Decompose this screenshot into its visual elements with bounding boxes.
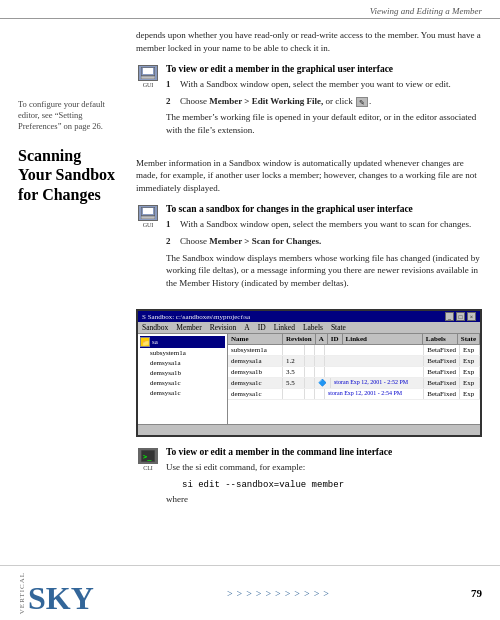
row2-name: demsysa1b [228,367,283,377]
list-row-2[interactable]: demsysa1b 3.5 BetaFixed Exp [228,367,480,378]
step-num-1: 1 [166,78,180,91]
row3-state: Exp [460,378,480,388]
col-a: A [316,334,328,344]
step-num-s1: 1 [166,218,180,231]
maximize-btn[interactable]: □ [456,312,465,321]
window-titlebar: S Sandbox: c:\sandboxes\myproject\sa _ □… [138,311,480,322]
tree-icon: 📁 [140,337,150,347]
menu-state[interactable]: State [331,323,346,332]
row3-linked: storan Exp 12, 2001 - 2:52 PM [331,378,424,388]
gui-icon-1 [138,65,158,81]
tree-item-3[interactable]: demsysa1b [140,368,225,378]
row2-a [305,367,315,377]
statusbar-text [142,426,144,434]
gui-icon-label-1: GUI [143,82,154,88]
list-row-1[interactable]: demsysa1a 1.2 BetaFixed Exp [228,356,480,367]
list-row-4[interactable]: demsysa1c storan Exp 12, 2001 - 2:54 PM … [228,389,480,400]
tree-item-4[interactable]: demsysa1c [140,378,225,388]
tree-root[interactable]: 📁 sa [140,336,225,348]
minimize-btn[interactable]: _ [445,312,454,321]
menu-labels[interactable]: Labels [303,323,323,332]
row0-id [315,345,325,355]
menu-revision[interactable]: Revision [210,323,237,332]
menu-id[interactable]: ID [258,323,266,332]
row1-a [305,356,315,366]
row0-name: subsystem1a [228,345,283,355]
svg-rect-4 [143,208,153,214]
content-area: depends upon whether you have read-only … [128,29,482,559]
row1-id [315,356,325,366]
menu-linked[interactable]: Linked [274,323,295,332]
logo-s: S [28,580,46,616]
row2-id [315,367,325,377]
step-num-s2: 2 [166,235,180,248]
main-content: To configure your default editor, see “S… [0,19,500,559]
step-text-s1: With a Sandbox window open, select the m… [180,218,482,231]
tree-item-5[interactable]: demsysa1c [140,388,225,398]
window-controls: _ □ × [445,312,476,321]
arrow-6: > [275,588,281,599]
header-title: Viewing and Editing a Member [370,6,482,16]
tree-item-1[interactable]: subsystem1a [140,348,225,358]
view-edit-gui-block: GUI To view or edit a member in the grap… [136,64,482,146]
row3-rev: 5.5 [283,378,305,388]
sidebar: To configure your default editor, see “S… [18,29,128,559]
arrow-3: > [246,588,252,599]
scan-instruction: To scan a sandbox for changes in the gra… [166,204,482,299]
page-number: 79 [462,587,482,599]
row3-labels: BetaFixed [424,378,460,388]
row2-rev: 3.5 [283,367,305,377]
row1-state: Exp [460,356,480,366]
scan-note: The Sandbox window displays members whos… [166,252,482,290]
svg-rect-5 [141,216,155,219]
svg-rect-2 [141,76,155,79]
window-menubar: Sandbox Member Revision A ID Linked Labe… [138,322,480,334]
window-statusbar [138,424,480,435]
list-row-3[interactable]: demsysa1c 5.5 🔷 storan Exp 12, 2001 - 2:… [228,378,480,389]
working-file-note: The member’s working file is opened in y… [166,111,482,136]
cmd-heading: To view or edit a member in the command … [166,447,482,457]
row1-linked [325,356,424,366]
row1-name: demsysa1a [228,356,283,366]
row2-state: Exp [460,367,480,377]
col-linked: Linked [343,334,423,344]
tree-item-2[interactable]: demsysa1a [140,358,225,368]
arrow-8: > [294,588,300,599]
row3-name: demsysa1c [228,378,283,388]
arrow-5: > [265,588,271,599]
gui-icon-2 [138,205,158,221]
tree-panel: 📁 sa subsystem1a demsysa1a demsysa1b dem… [138,334,228,424]
window-title: S Sandbox: c:\sandboxes\myproject\sa [142,313,250,321]
menu-member[interactable]: Member [176,323,201,332]
logo-vertical-text: VERTICAL [18,572,26,614]
step-text-s2: Choose Member > Scan for Changes. [180,235,482,248]
col-state: State [458,334,480,344]
menu-sandbox[interactable]: Sandbox [142,323,168,332]
view-edit-heading: To view or edit a member in the graphica… [166,64,482,74]
row1-rev: 1.2 [283,356,305,366]
svg-text:>_: >_ [143,453,152,461]
view-edit-instruction: To view or edit a member in the graphica… [166,64,482,146]
cmd-text: Use the si edit command, for example: [166,461,482,474]
col-name: Name [228,334,283,344]
cmd-block: >_ CLI To view or edit a member in the c… [136,447,482,511]
arrow-4: > [256,588,262,599]
row0-a [305,345,315,355]
row4-labels: BetaFixed [424,389,460,399]
arrow-7: > [285,588,291,599]
list-row-0[interactable]: subsystem1a BetaFixed Exp [228,345,480,356]
step-text-2: Choose Member > Edit Working File, or cl… [180,95,482,108]
gui-icon-box-2: GUI [136,205,160,228]
row4-a [305,389,315,399]
scan-heading: To scan a sandbox for changes in the gra… [166,204,482,214]
logo-ky: KY [46,580,94,616]
tree-root-label: sa [152,338,158,346]
code-example: si edit --sandbox=value member [182,480,482,490]
where-label: where [166,493,482,506]
close-btn[interactable]: × [467,312,476,321]
col-rev: Revision [283,334,316,344]
gui-icon-label-2: GUI [143,222,154,228]
arrow-9: > [304,588,310,599]
step-text-1: With a Sandbox window open, select the m… [180,78,482,91]
menu-a[interactable]: A [244,323,249,332]
